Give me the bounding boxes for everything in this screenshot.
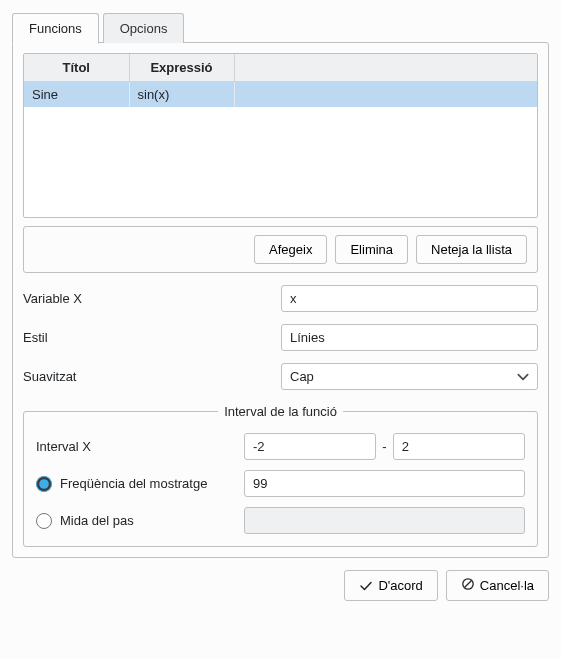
col-header-expr[interactable]: Expressió xyxy=(129,54,234,82)
cell-title[interactable]: Sine xyxy=(24,82,129,108)
tab-opcions[interactable]: Opcions xyxy=(103,13,185,43)
freq-input[interactable] xyxy=(244,470,525,497)
smooth-label: Suavitzat xyxy=(23,369,273,384)
style-select[interactable]: Línies xyxy=(281,324,538,351)
dialog-buttons: D'acord Cancel·la xyxy=(12,570,549,601)
add-button[interactable]: Afegeix xyxy=(254,235,327,264)
interval-x-to-input[interactable] xyxy=(393,433,525,460)
col-header-title[interactable]: Títol xyxy=(24,54,129,82)
cell-empty xyxy=(234,82,537,108)
interval-dash: - xyxy=(382,439,386,454)
ok-label: D'acord xyxy=(378,578,422,593)
svg-line-1 xyxy=(464,581,471,588)
freq-radio[interactable] xyxy=(36,476,52,492)
clear-button[interactable]: Neteja la llista xyxy=(416,235,527,264)
table-button-bar: Afegeix Elimina Neteja la llista xyxy=(23,226,538,273)
interval-group: Interval de la funció Interval X - Freqü… xyxy=(23,404,538,547)
varx-input[interactable] xyxy=(281,285,538,312)
cell-expr[interactable]: sin(x) xyxy=(129,82,234,108)
ok-button[interactable]: D'acord xyxy=(344,570,437,601)
varx-label: Variable X xyxy=(23,291,273,306)
cancel-label: Cancel·la xyxy=(480,578,534,593)
interval-legend: Interval de la funció xyxy=(218,404,343,419)
cancel-button[interactable]: Cancel·la xyxy=(446,570,549,601)
remove-button[interactable]: Elimina xyxy=(335,235,408,264)
functions-table[interactable]: Títol Expressió Sine sin(x) xyxy=(23,53,538,218)
cancel-icon xyxy=(461,577,475,594)
tab-funcions[interactable]: Funcions xyxy=(12,13,99,44)
smooth-select[interactable]: Cap xyxy=(281,363,538,390)
col-header-empty xyxy=(234,54,537,82)
style-label: Estil xyxy=(23,330,273,345)
step-label: Mida del pas xyxy=(60,513,134,528)
freq-label: Freqüència del mostratge xyxy=(60,476,207,491)
interval-x-from-input[interactable] xyxy=(244,433,376,460)
step-radio[interactable] xyxy=(36,513,52,529)
check-icon xyxy=(359,579,373,593)
table-row[interactable]: Sine sin(x) xyxy=(24,82,537,108)
funcions-panel: Títol Expressió Sine sin(x) Afegeix Elim… xyxy=(12,42,549,558)
step-input xyxy=(244,507,525,534)
interval-x-label: Interval X xyxy=(36,439,236,454)
